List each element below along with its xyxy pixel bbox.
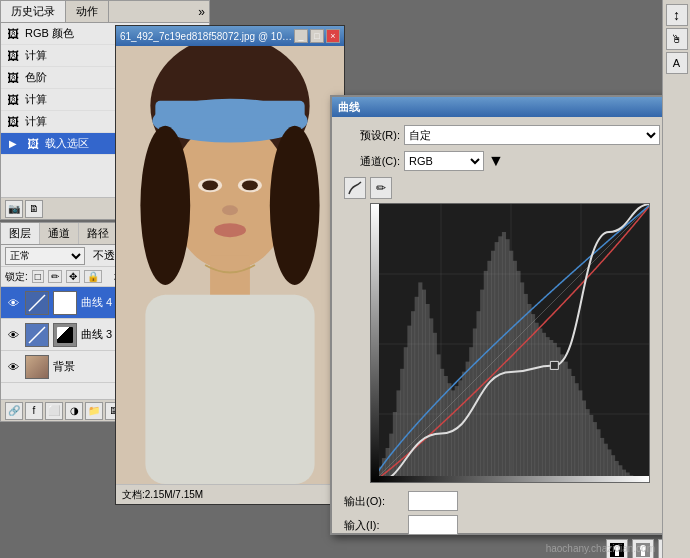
svg-rect-20	[641, 551, 645, 556]
layer-visibility-curves3[interactable]: 👁	[5, 327, 21, 343]
history-icon: 🖼	[5, 26, 21, 42]
image-statusbar: 文档:2.15M/7.15M	[116, 484, 344, 504]
lock-move-btn[interactable]: ✥	[66, 270, 80, 283]
svg-point-19	[640, 545, 646, 551]
history-icon: 🖼	[5, 70, 21, 86]
layer-visibility-bg[interactable]: 👁	[5, 359, 21, 375]
document-status: 文档:2.15M/7.15M	[122, 488, 203, 502]
history-icon-active: ▶	[5, 136, 21, 152]
tool-btn-3[interactable]: A	[666, 52, 688, 74]
image-canvas[interactable]	[116, 46, 344, 484]
curve-tool-pencil[interactable]: ✏	[370, 177, 392, 199]
preset-label: 预设(R):	[340, 128, 400, 143]
curve-tools: ✏	[340, 177, 680, 199]
input-row: 输入(I): 167	[340, 515, 680, 535]
curves-titlebar: 曲线	[332, 97, 688, 117]
channel-label: 通道(C):	[340, 154, 400, 169]
minimize-btn[interactable]: _	[294, 29, 308, 43]
new-group-btn[interactable]: 📁	[85, 402, 103, 420]
right-toolbar: ↕ 🖱 A	[662, 0, 690, 558]
layer-mask-curves4	[53, 291, 77, 315]
svg-rect-17	[615, 551, 619, 556]
add-mask-btn[interactable]: ⬜	[45, 402, 63, 420]
svg-point-14	[214, 223, 246, 237]
preset-row: 预设(R): 自定 ▼	[340, 125, 680, 145]
channel-menu-btn[interactable]: ▼	[488, 152, 504, 170]
curve-bottom-tools	[340, 539, 680, 558]
svg-point-13	[222, 205, 238, 215]
eyedropper-gray-btn[interactable]	[632, 539, 654, 558]
tool-btn-1[interactable]: ↕	[666, 4, 688, 26]
link-layers-btn[interactable]: 🔗	[5, 402, 23, 420]
new-fill-layer-btn[interactable]: ◑	[65, 402, 83, 420]
svg-rect-5	[155, 101, 304, 129]
svg-point-8	[270, 126, 320, 285]
tab-actions[interactable]: 动作	[66, 1, 109, 22]
layer-thumb-bg	[25, 355, 49, 379]
image-window: 61_492_7c19ed818f58072.jpg @ 100% ... _ …	[115, 25, 345, 505]
history-icon: 🖼	[5, 48, 21, 64]
layer-visibility-curves4[interactable]: 👁	[5, 295, 21, 311]
curves-title: 曲线	[338, 100, 360, 115]
history-icon: 🖼	[5, 114, 21, 130]
curves-dialog: 曲线 预设(R): 自定 ▼ 通道(C): RGB ▼ ✏	[330, 95, 690, 535]
add-style-btn[interactable]: f	[25, 402, 43, 420]
lock-paint-btn[interactable]: ✏	[48, 270, 62, 283]
layer-mask-curves3	[53, 323, 77, 347]
channel-select[interactable]: RGB	[404, 151, 484, 171]
maximize-btn[interactable]: □	[310, 29, 324, 43]
new-snapshot-btn[interactable]: 📷	[5, 200, 23, 218]
tab-paths[interactable]: 路径	[79, 223, 118, 244]
output-label: 输出(O):	[344, 494, 404, 509]
layer-thumb-curves4	[25, 291, 49, 315]
tool-btn-2[interactable]: 🖱	[666, 28, 688, 50]
close-btn[interactable]: ×	[326, 29, 340, 43]
curve-tool-freehand[interactable]	[344, 177, 366, 199]
history-icon: 🖼	[5, 92, 21, 108]
lock-all-btn[interactable]: 🔒	[84, 270, 102, 283]
tab-history[interactable]: 历史记录	[1, 1, 66, 22]
svg-point-16	[614, 545, 620, 551]
output-row: 输出(O): 108	[340, 491, 680, 511]
preset-select[interactable]: 自定	[404, 125, 660, 145]
history-icon: 🖼	[25, 136, 41, 152]
window-controls: _ □ ×	[294, 29, 340, 43]
svg-point-7	[140, 126, 190, 285]
eyedropper-black-btn[interactable]	[606, 539, 628, 558]
history-panel-close[interactable]: »	[194, 5, 209, 19]
layer-thumb-curves3	[25, 323, 49, 347]
svg-point-12	[242, 180, 258, 190]
blend-mode-select[interactable]: 正常	[5, 247, 85, 265]
svg-rect-6	[145, 295, 314, 484]
curves-body: 预设(R): 自定 ▼ 通道(C): RGB ▼ ✏ 输出(O):	[332, 117, 688, 558]
tab-layers[interactable]: 图层	[1, 223, 40, 244]
input-value-input[interactable]: 167	[408, 515, 458, 535]
channel-row: 通道(C): RGB ▼	[340, 151, 680, 171]
history-tabs: 历史记录 动作 »	[1, 1, 209, 23]
image-titlebar: 61_492_7c19ed818f58072.jpg @ 100% ... _ …	[116, 26, 344, 46]
curves-graph[interactable]	[370, 203, 650, 483]
image-title: 61_492_7c19ed818f58072.jpg @ 100% ...	[120, 31, 294, 42]
lock-transparent-btn[interactable]: □	[32, 270, 44, 283]
svg-point-10	[202, 180, 218, 190]
output-value-input[interactable]: 108	[408, 491, 458, 511]
create-doc-btn[interactable]: 🗎	[25, 200, 43, 218]
input-label: 输入(I):	[344, 518, 404, 533]
tab-channels[interactable]: 通道	[40, 223, 79, 244]
